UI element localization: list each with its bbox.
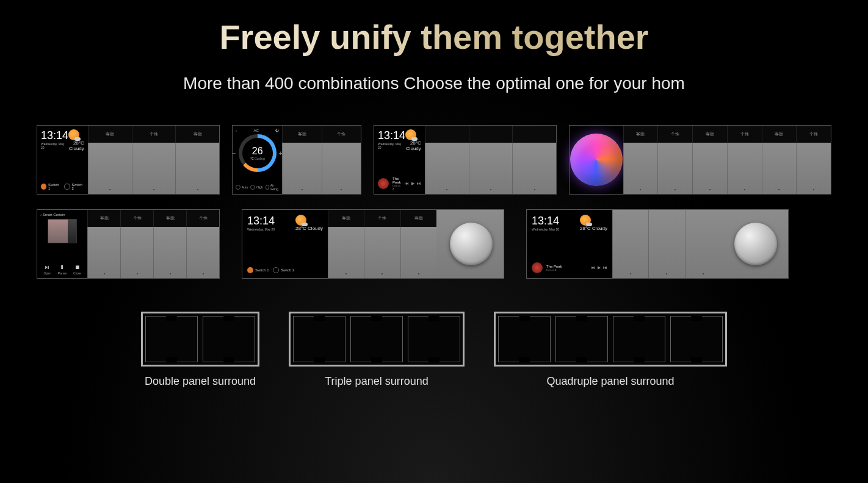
switch-paddle[interactable]	[727, 143, 762, 194]
switch-paddle[interactable]	[648, 210, 684, 278]
panel-orb-6switch: 客廳 个性 客廳 个性 客廳 个性	[569, 125, 831, 195]
curtain-screen: ‹ Smart Curtain ⏯Open ⏸Pause ⏹Close	[37, 210, 87, 278]
frame-triple-label: Triple panel surround	[325, 375, 428, 388]
curtain-close: ⏹Close	[73, 264, 81, 275]
frame-slot	[670, 316, 723, 362]
frame-triple	[289, 312, 465, 367]
panel-player-knob: 13:14 Wednesday, May 20 28°C Cloudy The …	[526, 209, 789, 279]
curtain-preview	[48, 219, 77, 243]
track-artist: Demon A	[546, 268, 562, 271]
switch-paddle[interactable]	[512, 143, 556, 194]
open-icon: ⏯	[45, 264, 50, 270]
switch1-indicator: Switch 1	[247, 267, 269, 273]
prev-icon: ⏮	[591, 265, 595, 270]
clock-screen: 13:14 Wednesday, May 20 28°C Cloudy Swit…	[37, 126, 88, 194]
switch-label: 客廳	[153, 210, 186, 227]
switch-paddle[interactable]	[623, 143, 658, 194]
player-screen: 13:14 Wednesday, May 20 28°C Cloudy The …	[527, 210, 612, 278]
player-controls: ⏮ ▶ ⏭	[405, 181, 421, 186]
frame-slot	[145, 316, 198, 362]
panel-player-3switch: 13:14 Wednesday, May 20 28°C Cloudy The …	[374, 125, 557, 195]
orb-screen	[570, 126, 623, 194]
switch-paddle[interactable]	[400, 227, 436, 278]
pause-icon: ⏸	[59, 264, 65, 270]
ac-back-icon: ‹	[236, 129, 237, 132]
switch-paddle[interactable]	[328, 227, 364, 278]
date: Wednesday, May 20	[378, 142, 405, 149]
switch-paddle[interactable]	[282, 143, 321, 194]
switch-paddle[interactable]	[762, 143, 797, 194]
frame-slot	[613, 316, 665, 362]
temperature: 28°C Cloudy	[295, 226, 323, 231]
temperature: 28°C Cloudy	[68, 140, 84, 151]
switch-paddle[interactable]	[120, 227, 153, 278]
switch-label: 个性	[132, 126, 176, 143]
switch-paddle[interactable]	[153, 227, 186, 278]
frame-row: Double panel surround Triple panel surro…	[0, 312, 868, 388]
track-name: The Peak	[546, 265, 562, 268]
switch-label: 客廳	[87, 210, 120, 227]
switch-label: 客廳	[88, 126, 132, 143]
switch-label: 客廳	[282, 126, 321, 143]
switch-paddle[interactable]	[88, 143, 132, 194]
switch-paddle[interactable]	[322, 143, 361, 194]
knob-module	[436, 210, 504, 278]
ac-screen: ‹AC⏻ − 26℃ Cooling + Auto High Air swing	[233, 126, 282, 194]
weather-icon	[295, 215, 306, 226]
frame-slot	[555, 316, 608, 362]
frame-quad-label: Quadruple panel surround	[546, 375, 674, 388]
date: Wednesday, May 20	[247, 227, 275, 231]
switch-label: 个性	[364, 210, 400, 227]
plus-icon: +	[279, 150, 283, 157]
switch-paddle[interactable]	[469, 143, 513, 194]
switch-label: 个性	[796, 126, 831, 143]
switch-paddle[interactable]	[425, 143, 469, 194]
time: 13:14	[532, 215, 559, 227]
album-cover	[378, 178, 389, 189]
switch-paddle[interactable]	[657, 143, 692, 194]
switch-paddle[interactable]	[186, 227, 219, 278]
album-cover	[532, 262, 543, 273]
rotary-knob[interactable]	[450, 223, 493, 265]
prev-icon: ⏮	[405, 181, 409, 186]
frame-quad	[494, 312, 727, 367]
switch-paddle[interactable]	[364, 227, 400, 278]
switch-paddle[interactable]	[87, 227, 120, 278]
power-icon: ⏻	[275, 129, 279, 132]
time: 13:14	[378, 129, 405, 142]
frame-double-label: Double panel surround	[145, 375, 256, 388]
play-icon: ▶	[411, 181, 414, 186]
panel-ac-2switch: ‹AC⏻ − 26℃ Cooling + Auto High Air swing…	[232, 125, 361, 195]
ac-swing: Air swing	[266, 184, 280, 191]
frame-slot	[350, 316, 403, 362]
temp-gauge: − 26℃ Cooling +	[239, 134, 277, 172]
switch-label: 客廳	[692, 126, 727, 143]
switch-label	[469, 126, 513, 143]
frame-quad-col: Quadruple panel surround	[494, 312, 727, 388]
panel-row-1: 13:14 Wednesday, May 20 28°C Cloudy Swit…	[0, 125, 868, 195]
date: Wednesday, May 20	[532, 227, 559, 231]
clock-screen: 13:14 Wednesday, May 20 28°C Cloudy Swit…	[242, 210, 328, 278]
ac-value: 26	[252, 146, 263, 157]
switch-label: 客廳	[762, 126, 797, 143]
temperature: 28°C Cloudy	[580, 226, 607, 231]
curtain-pause: ⏸Pause	[58, 264, 67, 275]
rotary-knob[interactable]	[734, 223, 777, 265]
gradient-orb-icon	[570, 134, 623, 186]
track-artist: Demon A	[392, 184, 401, 190]
switch-paddle[interactable]	[796, 143, 831, 194]
switch-label: 个性	[186, 210, 219, 227]
next-icon: ⏭	[417, 181, 421, 186]
frame-slot	[498, 316, 551, 362]
bulb-on-icon	[41, 184, 46, 190]
switch-paddle[interactable]	[132, 143, 176, 194]
switch-paddle[interactable]	[685, 210, 721, 278]
switch-paddle[interactable]	[692, 143, 727, 194]
switch-paddle[interactable]	[612, 210, 648, 278]
next-icon: ⏭	[603, 265, 607, 270]
subtitle: More than 400 combinations Choose the op…	[0, 74, 868, 93]
ac-label: AC	[254, 129, 259, 132]
switch-paddle[interactable]	[175, 143, 219, 194]
minus-icon: −	[233, 150, 236, 157]
time: 13:14	[41, 129, 68, 142]
